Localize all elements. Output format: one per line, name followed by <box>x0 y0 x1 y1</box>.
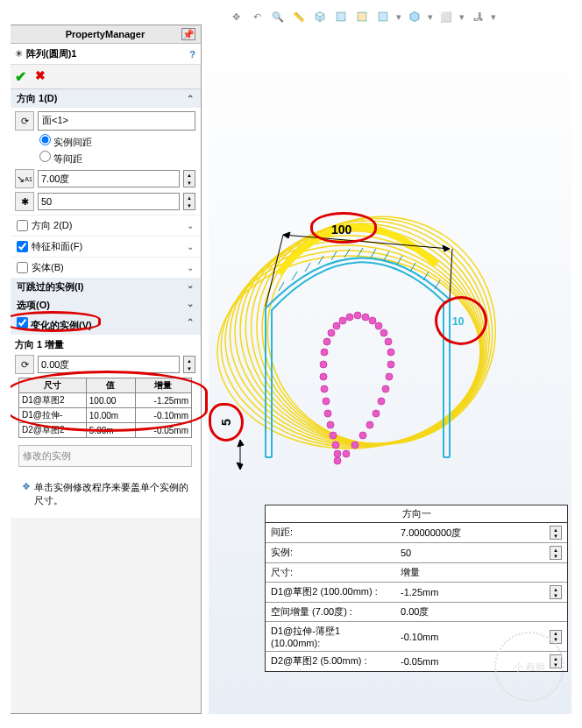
undo-icon[interactable]: ↶ <box>249 9 265 25</box>
section-direction1-header[interactable]: 方向 1(D) ⌃ <box>10 89 201 108</box>
svg-point-258 <box>0 664 9 675</box>
svg-point-181 <box>573 186 582 196</box>
svg-point-65 <box>51 719 61 728</box>
svg-point-230 <box>0 492 9 503</box>
section-skip-header[interactable]: 可跳过的实例(I)⌄ <box>10 278 201 296</box>
info-value-cell[interactable]: 50 ▲▼ <box>395 543 567 562</box>
chevron-down-icon: ⌄ <box>187 263 194 272</box>
table-row[interactable]: D1@拉伸-10.00m-0.10mm <box>19 408 192 423</box>
svg-point-21 <box>369 317 376 324</box>
svg-point-14 <box>323 338 330 345</box>
svg-point-240 <box>0 554 9 564</box>
svg-point-239 <box>573 541 582 552</box>
svg-point-244 <box>0 578 9 589</box>
svg-point-109 <box>321 719 331 728</box>
info-value: 增量 <box>401 566 420 579</box>
scene-icon[interactable]: ⬜ <box>438 9 454 25</box>
svg-point-210 <box>0 370 9 380</box>
svg-point-211 <box>573 370 582 380</box>
svg-point-71 <box>88 719 98 728</box>
cube-top-icon[interactable] <box>375 9 391 25</box>
info-value-cell[interactable]: -1.25mm ▲▼ <box>395 583 567 602</box>
svg-point-158 <box>0 51 9 61</box>
radio-equal-spacing[interactable]: 等间距 <box>39 151 195 166</box>
svg-point-208 <box>0 357 9 368</box>
svg-point-221 <box>573 431 582 442</box>
count-input[interactable] <box>38 193 180 210</box>
search-icon[interactable]: 🔍 <box>270 9 286 25</box>
svg-rect-1 <box>358 12 366 21</box>
svg-point-121 <box>394 719 405 728</box>
display-icon[interactable]: 🏞 <box>470 9 486 25</box>
svg-point-265 <box>573 701 582 711</box>
section-options-header[interactable]: 选项(O)⌄ <box>10 296 201 315</box>
svg-point-129 <box>444 719 454 728</box>
check-bodies[interactable]: 实体(B)⌄ <box>10 257 201 278</box>
svg-point-178 <box>0 173 9 184</box>
cube-shaded-icon[interactable] <box>407 9 422 25</box>
count-icon[interactable]: ✱ <box>15 192 34 211</box>
info-spinner[interactable]: ▲▼ <box>550 585 562 599</box>
table-row[interactable]: D2@草图25.00m-0.05mm <box>19 423 192 438</box>
dimension-10[interactable]: 10 <box>452 315 464 328</box>
dimension-100[interactable]: 100 <box>331 223 351 237</box>
angle-icon[interactable]: ↘A1 <box>15 169 34 188</box>
axis-select-icon[interactable]: ⟳ <box>15 111 34 131</box>
svg-point-137 <box>493 719 503 728</box>
angle-spinner[interactable]: ▲▼ <box>183 170 195 187</box>
svg-point-157 <box>573 39 582 49</box>
increment-spinner[interactable]: ▲▼ <box>183 356 195 373</box>
radio-instance-spacing[interactable]: 实例间距 <box>39 134 195 149</box>
info-spinner[interactable]: ▲▼ <box>550 526 562 540</box>
axis-selection-box[interactable]: 面<1> <box>38 111 195 131</box>
count-spinner[interactable]: ▲▼ <box>183 193 195 210</box>
info-label: 尺寸: <box>266 563 395 582</box>
cube-side-icon[interactable] <box>354 9 370 25</box>
svg-point-207 <box>573 345 582 356</box>
table-row[interactable]: D1@草图2100.00-1.25mm <box>19 393 192 408</box>
svg-point-202 <box>0 321 9 331</box>
info-row: 间距: 7.00000000度 ▲▼ <box>266 523 567 543</box>
cube-iso-icon[interactable] <box>312 9 328 25</box>
varied-dimensions-table[interactable]: 尺寸值增量 D1@草图2100.00-1.25mm D1@拉伸-10.00m-0… <box>18 378 192 438</box>
check-direction2[interactable]: 方向 2(D)⌄ <box>10 215 201 236</box>
svg-point-222 <box>0 443 9 454</box>
svg-point-22 <box>375 322 382 329</box>
cube-front-icon[interactable] <box>333 9 349 25</box>
svg-point-163 <box>573 75 582 86</box>
check-features-faces[interactable]: 特征和面(F)⌄ <box>10 236 201 257</box>
pin-icon[interactable]: 📌 <box>181 28 195 40</box>
info-spinner[interactable]: ▲▼ <box>550 546 562 560</box>
svg-point-45 <box>334 450 341 457</box>
info-value: 0.00度 <box>401 605 429 618</box>
svg-point-190 <box>0 247 9 258</box>
info-value: -0.10mm <box>401 632 438 642</box>
ok-button[interactable]: ✔ <box>15 68 26 85</box>
dimension-5[interactable]: 5 <box>219 419 233 426</box>
svg-point-264 <box>0 701 9 711</box>
svg-point-81 <box>149 719 160 728</box>
info-value-cell[interactable]: 7.00000000度 ▲▼ <box>395 523 567 542</box>
svg-point-77 <box>124 719 135 728</box>
svg-point-79 <box>137 719 147 728</box>
select-icon[interactable]: ✥ <box>228 9 244 25</box>
svg-point-170 <box>0 124 9 135</box>
svg-point-251 <box>573 615 582 626</box>
ruler-icon[interactable]: 📏 <box>291 9 307 25</box>
svg-point-236 <box>0 529 9 540</box>
angle-input[interactable] <box>38 170 180 187</box>
svg-point-111 <box>333 719 344 728</box>
cancel-button[interactable]: ✖ <box>35 68 46 85</box>
increment-angle-icon[interactable]: ⟳ <box>15 355 34 374</box>
svg-point-103 <box>284 719 295 728</box>
watermark: 小 程师 <box>494 632 564 702</box>
svg-point-99 <box>259 719 270 728</box>
increment-angle-input[interactable] <box>38 356 180 373</box>
svg-point-224 <box>0 456 9 466</box>
svg-point-185 <box>573 210 582 221</box>
svg-point-203 <box>573 321 582 331</box>
help-icon[interactable]: ? <box>189 49 195 60</box>
direction1-title: 方向 1(D) <box>17 92 57 105</box>
svg-point-229 <box>573 480 582 491</box>
section-varied-header[interactable]: 变化的实例(V) ⌃ <box>10 315 201 335</box>
